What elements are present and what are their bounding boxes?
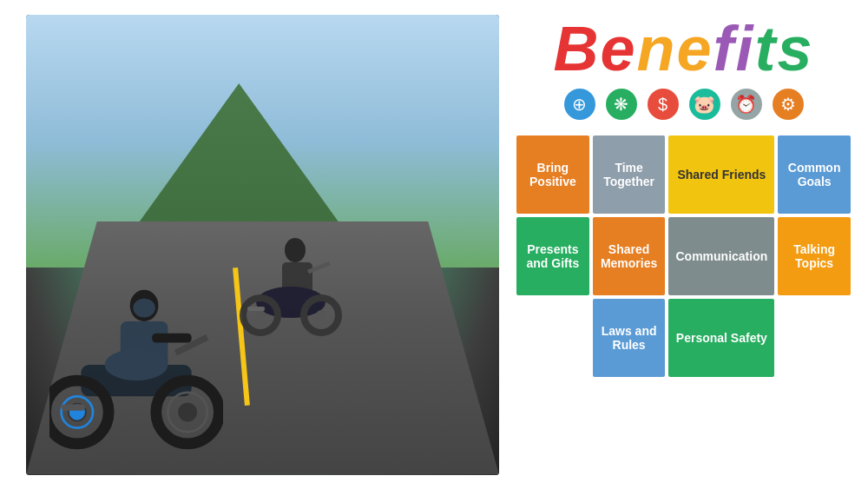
time-together-cell[interactable]: Time Together: [593, 135, 666, 214]
motorcycle-back: [239, 224, 343, 337]
shared-friends-cell[interactable]: Shared Friends: [668, 135, 774, 214]
svg-point-0: [285, 238, 306, 262]
motorcycle-front: [49, 278, 223, 452]
clock-icon: ⏰: [731, 89, 762, 120]
bring-positive-cell[interactable]: Bring Positive: [516, 135, 589, 214]
common-goals-cell[interactable]: Common Goals: [778, 135, 851, 214]
svg-point-6: [255, 310, 266, 320]
title-area: Benefits ⊕ ❋ $ 🐷 ⏰ ⚙: [516, 17, 851, 120]
empty-cell: [516, 299, 589, 377]
benefits-grid: Bring Positive Time Together Shared Frie…: [516, 135, 851, 377]
svg-point-16: [178, 403, 197, 422]
benefits-title: Benefits: [553, 17, 813, 80]
presents-gifts-cell[interactable]: Presents and Gifts: [516, 217, 589, 295]
money-icon: $: [648, 89, 679, 120]
icons-row: ⊕ ❋ $ 🐷 ⏰ ⚙: [564, 89, 804, 120]
gear-icon: ⚙: [773, 89, 804, 120]
svg-point-10: [134, 299, 155, 318]
communication-cell[interactable]: Communication: [668, 217, 774, 295]
personal-safety-cell[interactable]: Personal Safety: [668, 299, 774, 377]
motorcycle-image: [26, 15, 499, 475]
svg-rect-12: [152, 334, 191, 343]
flower-icon: ❋: [606, 89, 637, 120]
right-panel: Benefits ⊕ ❋ $ 🐷 ⏰ ⚙ Bring Positive Time…: [499, 0, 868, 489]
svg-point-4: [316, 310, 326, 320]
talking-topics-cell[interactable]: Talking Topics: [778, 217, 851, 295]
medical-icon: ⊕: [564, 89, 595, 120]
piggy-icon: 🐷: [689, 89, 720, 120]
svg-rect-22: [62, 404, 85, 410]
shared-memories-cell[interactable]: Shared Memories: [593, 217, 666, 295]
empty-cell-2: [778, 299, 851, 377]
svg-rect-8: [247, 307, 265, 311]
laws-rules-cell[interactable]: Laws and Rules: [593, 299, 666, 377]
svg-point-14: [105, 349, 168, 380]
